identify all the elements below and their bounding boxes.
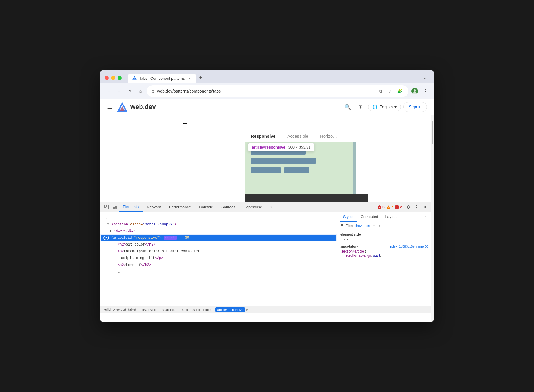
reload-button[interactable]: ↻ (126, 87, 134, 95)
minimize-button[interactable] (111, 76, 115, 80)
dom-line-more[interactable]: … (100, 269, 337, 275)
devtools-tab-more[interactable]: » (266, 202, 276, 212)
forward-button[interactable]: → (115, 87, 123, 95)
globe-icon: 🌐 (373, 105, 377, 109)
rule-prop-2: scroll-snap-align: start; (341, 253, 428, 258)
filter-icon (340, 224, 344, 228)
dom-expand-icon[interactable]: ▼ (103, 236, 109, 240)
dom-dots[interactable]: ... (103, 215, 115, 220)
extensions-icon[interactable]: 🧩 (395, 87, 404, 95)
demo-right-accent (353, 142, 356, 194)
styles-tab-more[interactable]: » (422, 212, 429, 222)
dom-line-div[interactable]: ▶ <div></div> (100, 228, 337, 234)
page-content: ← Responsive Accessible Horizo… (100, 115, 431, 322)
filter-new-style[interactable]: ⊞ (378, 224, 381, 228)
devtools-tab-lighthouse[interactable]: Lighthouse (239, 202, 266, 212)
bc-item-snap-tabs[interactable]: snap-tabs (160, 307, 178, 312)
demo-tab-accessible[interactable]: Accessible (281, 131, 314, 142)
open-in-tab-icon[interactable]: ⧉ (377, 87, 385, 95)
navigation-bar: ← → ↻ ⌂ ⊙ web.dev/patterns/components/ta… (100, 83, 434, 99)
bookmark-icon[interactable]: ☆ (386, 87, 394, 95)
device-toggle-button[interactable] (110, 202, 119, 212)
header-actions: 🔍 ☀ 🌐 English ▾ Sign in (342, 102, 427, 112)
scrollbar-thumb[interactable] (432, 121, 433, 144)
svg-rect-9 (107, 205, 108, 207)
home-button[interactable]: ⌂ (136, 87, 144, 95)
site-logo[interactable]: web.dev (117, 102, 156, 112)
bc-more[interactable]: ▶ (246, 308, 249, 311)
content-area: ← Responsive Accessible Horizo… (100, 115, 431, 202)
filter-add[interactable]: + (373, 224, 375, 228)
devtools-tab-sources[interactable]: Sources (217, 202, 239, 212)
dom-selected-row[interactable]: ▼ <article id="responsive"> scroll == $0 (100, 234, 337, 241)
devtools-tab-performance[interactable]: Performance (165, 202, 195, 212)
filter-cls[interactable]: .cls (365, 224, 370, 228)
demo-bottom-tabs (245, 194, 368, 202)
bc-back[interactable]: ◀ light.viewport--tablet (102, 307, 138, 312)
main-scrollbar[interactable] (431, 115, 434, 322)
devtools-content: ... ▼ <section class="scroll-snap-x"> ▶ … (100, 212, 431, 306)
element-style-selector: element.style (340, 232, 428, 236)
dom-line: ... (100, 214, 337, 221)
rule-prop-1: section>article { (341, 249, 428, 253)
demo-content-bar-3 (251, 167, 281, 173)
dom-line-h2[interactable]: <h2>Sit dolor</h2> (100, 241, 337, 248)
svg-rect-8 (104, 205, 106, 207)
maximize-button[interactable] (118, 76, 122, 80)
demo-tab-responsive[interactable]: Responsive (245, 131, 281, 142)
dom-equals: == (179, 236, 183, 240)
search-button[interactable]: 🔍 (342, 102, 353, 112)
demo-btab-1 (245, 194, 286, 202)
devtools-tab-network[interactable]: Network (143, 202, 165, 212)
demo-tab-horizontal[interactable]: Horizo… (314, 131, 343, 142)
lang-dropdown-icon: ▾ (394, 105, 397, 109)
svg-marker-21 (341, 224, 343, 227)
address-bar[interactable]: ⊙ web.dev/patterns/components/tabs ⧉ ☆ 🧩 (147, 85, 408, 97)
bc-item-article[interactable]: article#responsive (215, 307, 245, 312)
new-tab-button[interactable]: + (196, 73, 205, 82)
filter-pseudo[interactable]: :hov (355, 224, 362, 228)
logo-icon (117, 102, 127, 112)
devtools-close-button[interactable]: ✕ (421, 203, 429, 211)
styles-tab-layout[interactable]: Layout (382, 212, 400, 222)
browser-window: Tabs | Component patterns × + ⌄ ← → ↻ ⌂ … (100, 70, 434, 322)
browser-menu-button[interactable]: ⋮ (421, 87, 429, 95)
back-arrow[interactable]: ← (182, 120, 188, 127)
styles-tabs: Styles Computed Layout » (337, 212, 431, 222)
lang-label: English (379, 105, 393, 109)
inspector-button[interactable] (102, 202, 110, 212)
bc-item-section[interactable]: section.scroll-snap-x (180, 307, 213, 312)
tab-close-button[interactable]: × (187, 76, 192, 81)
close-button[interactable] (105, 76, 109, 80)
styles-tab-styles[interactable]: Styles (340, 212, 357, 222)
tab-list-chevron[interactable]: ⌄ (421, 74, 429, 82)
dom-line-section[interactable]: ▼ <section class="scroll-snap-x"> (100, 221, 337, 228)
theme-toggle-button[interactable]: ☀ (355, 102, 366, 112)
devtools-more-button[interactable]: ⋮ (412, 203, 421, 211)
styles-tab-computed[interactable]: Computed (357, 212, 382, 222)
devtools-tab-console[interactable]: Console (195, 202, 217, 212)
language-selector[interactable]: 🌐 English ▾ (368, 103, 401, 111)
bc-item-device[interactable]: div.device (140, 307, 158, 312)
svg-point-3 (414, 89, 416, 92)
element-style-rule: element.style { } (340, 232, 428, 241)
address-track-icon: ⊙ (152, 89, 155, 93)
account-avatar[interactable] (411, 87, 419, 95)
devtools-tab-elements[interactable]: Elements (119, 202, 143, 212)
devtools-settings-button[interactable]: ⚙ (404, 203, 412, 211)
warning-count: 7 (391, 205, 393, 209)
error-badge: ✕ 5 (377, 205, 385, 209)
article-attr-id: id= (127, 236, 134, 240)
demo-content-bar-2 (251, 158, 316, 164)
dom-panel: ... ▼ <section class="scroll-snap-x"> ▶ … (100, 212, 337, 306)
back-button[interactable]: ← (105, 87, 113, 95)
styles-body: element.style { } snap-tabs> index_1c583… (337, 230, 431, 306)
sign-in-button[interactable]: Sign in (403, 102, 427, 112)
dom-line-p[interactable]: <p>Lorem ipsum dolor sit amet consectet (100, 248, 337, 255)
rule-source[interactable]: index_1c583…8e.frame:50 (390, 245, 428, 248)
hamburger-menu-button[interactable]: ☰ (107, 103, 112, 110)
filter-toggle-style[interactable]: ⊡ (382, 224, 385, 228)
active-tab[interactable]: Tabs | Component patterns × (128, 74, 196, 83)
dom-dollar: $0 (185, 236, 189, 240)
dom-line-h2-2[interactable]: <h2>Lore sf</h2> (100, 262, 337, 269)
